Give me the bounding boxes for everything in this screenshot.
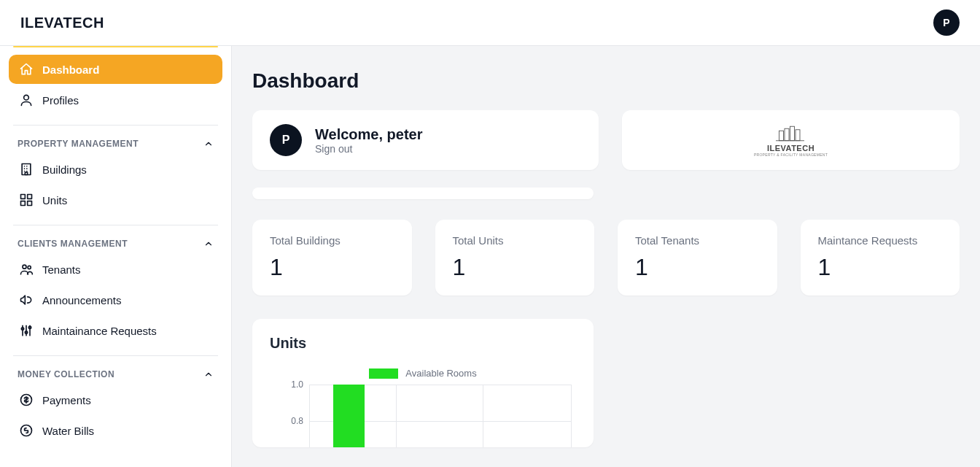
sidebar-item-profiles[interactable]: Profiles bbox=[9, 85, 222, 115]
grid-icon bbox=[19, 193, 34, 207]
sidebar-item-dashboard[interactable]: Dashboard bbox=[9, 55, 222, 84]
svg-point-14 bbox=[28, 266, 31, 269]
svg-rect-8 bbox=[25, 172, 27, 174]
stat-card-units: Total Units 1 bbox=[435, 220, 595, 296]
welcome-card: P Welcome, peter Sign out bbox=[252, 110, 599, 170]
sidebar-item-label: Buildings bbox=[42, 163, 87, 176]
sidebar-item-label: Profiles bbox=[42, 94, 79, 107]
section-header-money[interactable]: MONEY COLLECTION bbox=[4, 360, 227, 384]
chevron-up-icon bbox=[203, 369, 214, 379]
svg-rect-11 bbox=[21, 201, 26, 206]
sidebar-item-buildings[interactable]: Buildings bbox=[9, 155, 222, 184]
welcome-avatar: P bbox=[270, 124, 302, 156]
chart-legend: Available Rooms bbox=[270, 368, 576, 379]
stat-label: Total Units bbox=[453, 234, 578, 247]
sidebar-item-label: Maintainance Requests bbox=[42, 325, 157, 337]
divider bbox=[13, 355, 218, 356]
stat-card-tenants: Total Tenants 1 bbox=[618, 220, 777, 296]
svg-rect-12 bbox=[28, 201, 32, 206]
svg-rect-26 bbox=[796, 130, 800, 141]
coin-icon bbox=[19, 423, 34, 438]
topbar: ILEVATECH P bbox=[0, 0, 980, 46]
units-chart-card: Units Available Rooms 1.0 0.8 bbox=[252, 319, 594, 447]
sidebar-item-label: Announcements bbox=[42, 294, 121, 306]
stat-value: 1 bbox=[635, 254, 760, 281]
section-header-clients[interactable]: CLIENTS MANAGEMENT bbox=[4, 230, 227, 253]
stat-card-buildings: Total Buildings 1 bbox=[252, 220, 412, 296]
sidebar-item-units[interactable]: Units bbox=[9, 185, 222, 215]
chart-grid bbox=[309, 385, 572, 447]
brand-card-sub: PROPERTY & FACILITY MANAGEMENT bbox=[754, 153, 828, 157]
svg-rect-1 bbox=[22, 164, 31, 175]
stat-label: Total Buildings bbox=[270, 234, 394, 247]
sidebar-item-payments[interactable]: Payments bbox=[9, 385, 222, 414]
megaphone-icon bbox=[19, 293, 34, 307]
chevron-up-icon bbox=[203, 239, 214, 249]
brand-card-title: ILEVATECH bbox=[767, 144, 814, 153]
divider bbox=[13, 125, 218, 126]
accent-line bbox=[13, 46, 218, 47]
chart-ylabel: 1.0 bbox=[270, 379, 303, 390]
legend-swatch bbox=[369, 368, 398, 379]
sidebar-scroll[interactable]: Dashboard Profiles PROPERTY MANAGEMENT B… bbox=[0, 46, 231, 467]
stat-label: Maintance Requests bbox=[818, 234, 943, 247]
sidebar-item-label: Water Bills bbox=[42, 425, 94, 437]
brand-card: ILEVATECH PROPERTY & FACILITY MANAGEMENT bbox=[622, 110, 960, 170]
buildings-icon bbox=[769, 123, 813, 144]
svg-point-13 bbox=[23, 265, 26, 269]
welcome-title: Welcome, peter bbox=[315, 126, 422, 143]
brand-logo-small: ILEVATECH PROPERTY & FACILITY MANAGEMENT bbox=[754, 123, 828, 157]
chevron-up-icon bbox=[203, 139, 214, 149]
sidebar-item-label: Dashboard bbox=[42, 63, 99, 76]
sidebar-item-label: Payments bbox=[42, 394, 91, 406]
stat-label: Total Tenants bbox=[635, 234, 760, 247]
page-title: Dashboard bbox=[252, 69, 960, 93]
brand-logo: ILEVATECH bbox=[20, 15, 104, 31]
svg-rect-10 bbox=[28, 195, 32, 199]
stat-value: 1 bbox=[453, 254, 578, 281]
sidebar-item-maintenance[interactable]: Maintainance Requests bbox=[9, 316, 222, 345]
section-header-property[interactable]: PROPERTY MANAGEMENT bbox=[4, 130, 227, 153]
svg-point-0 bbox=[24, 95, 29, 100]
stat-value: 1 bbox=[818, 254, 943, 281]
chart-bar bbox=[333, 385, 365, 447]
svg-rect-24 bbox=[785, 128, 789, 141]
user-avatar[interactable]: P bbox=[933, 9, 960, 36]
loading-pill bbox=[252, 188, 594, 199]
stat-value: 1 bbox=[270, 254, 394, 281]
sliders-icon bbox=[19, 323, 34, 338]
chart-title: Units bbox=[270, 335, 576, 352]
dollar-icon bbox=[19, 393, 34, 407]
sidebar-item-tenants[interactable]: Tenants bbox=[9, 255, 222, 284]
sidebar-item-label: Units bbox=[42, 194, 67, 207]
sidebar: Dashboard Profiles PROPERTY MANAGEMENT B… bbox=[0, 46, 232, 467]
stat-card-maintenance: Maintance Requests 1 bbox=[801, 220, 960, 296]
legend-label: Available Rooms bbox=[405, 368, 476, 379]
main-content[interactable]: Dashboard P Welcome, peter Sign out bbox=[232, 46, 980, 467]
section-title: CLIENTS MANAGEMENT bbox=[18, 239, 128, 249]
divider bbox=[13, 225, 218, 225]
sidebar-item-label: Tenants bbox=[42, 263, 81, 276]
sidebar-item-waterbills[interactable]: Water Bills bbox=[9, 416, 222, 445]
chart-body: 1.0 0.8 bbox=[270, 385, 576, 447]
section-title: PROPERTY MANAGEMENT bbox=[18, 139, 139, 149]
chart-ylabel: 0.8 bbox=[270, 416, 303, 426]
home-icon bbox=[19, 62, 34, 77]
group-icon bbox=[19, 262, 34, 277]
svg-rect-25 bbox=[790, 126, 794, 141]
building-icon bbox=[19, 162, 34, 177]
signout-link[interactable]: Sign out bbox=[315, 143, 422, 155]
sidebar-item-announcements[interactable]: Announcements bbox=[9, 285, 222, 314]
user-icon bbox=[19, 93, 34, 107]
svg-rect-23 bbox=[779, 131, 783, 141]
svg-rect-9 bbox=[21, 195, 26, 199]
section-title: MONEY COLLECTION bbox=[18, 369, 114, 379]
